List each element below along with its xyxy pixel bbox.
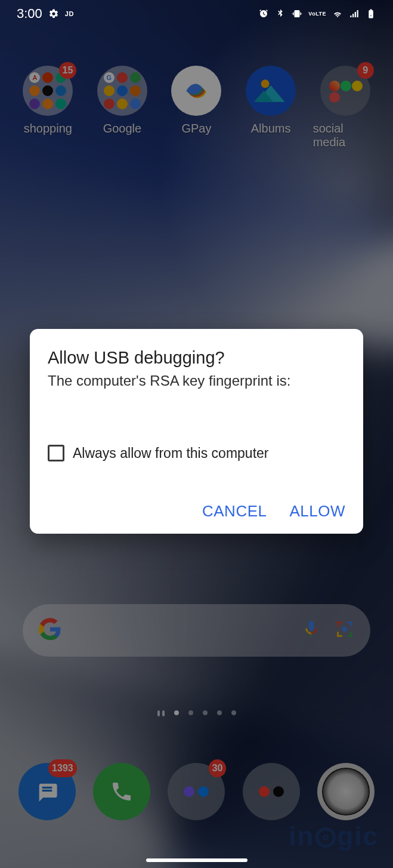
status-bar: 3:00 JD VoLTE — [0, 0, 393, 27]
settings-icon — [48, 8, 59, 19]
always-allow-checkbox[interactable]: Always allow from this computer — [48, 445, 345, 461]
battery-icon — [366, 8, 376, 19]
volte-icon: VoLTE — [308, 11, 326, 17]
dialog-title: Allow USB debugging? — [48, 348, 345, 368]
cancel-button[interactable]: CANCEL — [202, 502, 267, 521]
signal-icon — [349, 8, 360, 19]
status-time: 3:00 — [17, 6, 42, 21]
bluetooth-icon — [275, 8, 286, 19]
vibrate-icon — [292, 8, 302, 19]
usb-debugging-dialog: Allow USB debugging? The computer's RSA … — [30, 329, 363, 534]
gesture-nav-pill[interactable] — [146, 858, 247, 862]
wifi-icon — [332, 8, 343, 19]
checkbox-label: Always allow from this computer — [73, 445, 269, 461]
allow-button[interactable]: ALLOW — [289, 502, 345, 521]
dialog-message: The computer's RSA key fingerprint is: — [48, 371, 345, 390]
alarm-icon — [258, 8, 269, 19]
checkbox-icon — [48, 445, 64, 461]
status-jd: JD — [65, 10, 74, 17]
dialog-actions: CANCEL ALLOW — [48, 502, 345, 521]
